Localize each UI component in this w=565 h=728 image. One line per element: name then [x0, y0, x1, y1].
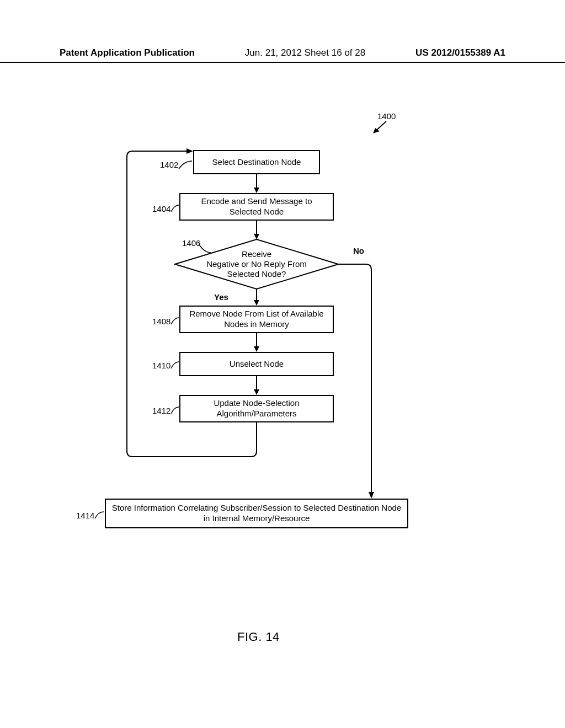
step-1410-box: Unselect Node — [179, 352, 334, 376]
step-1406-ref: 1406 — [182, 238, 200, 248]
svg-marker-16 — [186, 148, 193, 154]
step-1402-ref: 1402 — [160, 160, 178, 169]
arrow-1410-1412 — [253, 376, 260, 396]
arrow-1404-1406 — [253, 221, 260, 240]
step-1404-text: Encode and Send Message to Selected Node — [185, 196, 328, 217]
branch-no-label: No — [353, 246, 364, 255]
diagram-ref-label: 1400 — [377, 111, 396, 121]
step-1412-text: Update Node-Selection Algorithm/Paramete… — [185, 398, 328, 419]
flowchart-figure: 1400 Select Destination Node 1402 Encode… — [0, 88, 565, 640]
header-left: Patent Application Publication — [60, 47, 195, 58]
svg-marker-8 — [254, 300, 259, 306]
svg-marker-13 — [254, 389, 259, 395]
step-1408-box: Remove Node From List of Available Nodes… — [179, 306, 334, 333]
header-mid: Jun. 21, 2012 Sheet 16 of 28 — [245, 47, 365, 58]
step-1404-box: Encode and Send Message to Selected Node — [179, 193, 334, 221]
arrow-1406-1408 — [253, 289, 260, 307]
branch-yes-label: Yes — [214, 292, 228, 302]
step-1410-text: Unselect Node — [230, 359, 284, 370]
step-1412-box: Update Node-Selection Algorithm/Paramete… — [179, 395, 334, 422]
header-right: US 2012/0155389 A1 — [415, 47, 505, 58]
svg-marker-9 — [369, 492, 374, 499]
step-1410-ref: 1410 — [152, 361, 170, 370]
step-1402-text: Select Destination Node — [212, 157, 301, 168]
step-1408-ref: 1408 — [152, 317, 170, 326]
step-1414-text: Store Information Correlating Subscriber… — [110, 503, 403, 524]
step-1414-box: Store Information Correlating Subscriber… — [105, 499, 408, 528]
arrow-1408-1410 — [253, 333, 260, 353]
diagram-ref-arrow — [373, 120, 390, 133]
svg-marker-11 — [254, 346, 259, 352]
page-header: Patent Application Publication Jun. 21, … — [0, 47, 565, 63]
figure-caption: FIG. 14 — [237, 630, 280, 644]
arrow-1406-1414-no — [338, 261, 382, 504]
step-1404-ref: 1404 — [152, 204, 170, 213]
step-1412-ref: 1412 — [152, 406, 170, 415]
svg-marker-1 — [373, 128, 380, 133]
step-1408-text: Remove Node From List of Available Nodes… — [185, 309, 328, 330]
step-1402-box: Select Destination Node — [193, 150, 320, 174]
svg-line-0 — [375, 121, 386, 131]
step-1414-ref: 1414 — [76, 511, 94, 520]
svg-marker-3 — [254, 188, 259, 193]
arrow-1402-1404 — [253, 174, 260, 194]
